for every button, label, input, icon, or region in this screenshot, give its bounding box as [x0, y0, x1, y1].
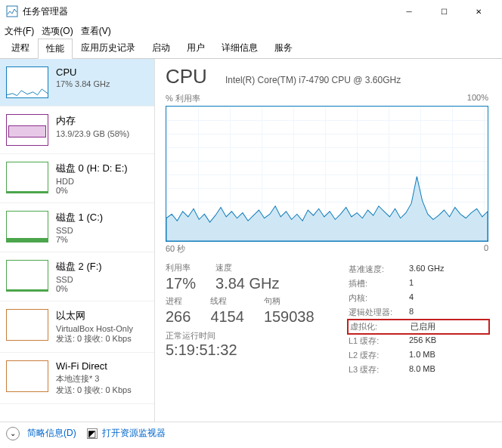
l1-k: L1 缓存: [349, 335, 409, 347]
lproc-v: 8 [409, 307, 414, 318]
speed-label: 速度 [215, 262, 279, 273]
l2-v: 1.0 MB [409, 350, 435, 361]
close-button[interactable]: ✕ [461, 0, 496, 23]
resmon-icon[interactable]: ◩ [87, 428, 98, 439]
sidebar-item-memory[interactable]: 内存 13.9/23.9 GB (58%) [0, 107, 154, 154]
menu-view[interactable]: 查看(V) [81, 25, 111, 38]
menu-bar: 文件(F) 选项(O) 查看(V) [0, 23, 502, 39]
uptime-label: 正常运行时间 [166, 330, 349, 341]
wifi-thumb-icon [6, 360, 48, 392]
l3-k: L3 缓存: [349, 364, 409, 375]
sidebar-wifi-name: Wi-Fi Direct [56, 360, 132, 372]
virt-v: 已启用 [411, 321, 435, 332]
lproc-k: 逻辑处理器: [349, 307, 409, 318]
proc-label: 进程 [166, 295, 191, 307]
tab-details[interactable]: 详细信息 [213, 38, 266, 58]
ethernet-thumb-icon [6, 309, 48, 341]
virt-k: 虚拟化: [350, 321, 411, 332]
resmon-link[interactable]: 打开资源监视器 [102, 427, 166, 440]
tab-history[interactable]: 应用历史记录 [73, 38, 144, 58]
sidebar-disk2-sub2: 0% [56, 284, 102, 293]
disk1-thumb-icon [6, 211, 48, 243]
uptime-value: 5:19:51:32 [166, 341, 349, 359]
tab-startup[interactable]: 启动 [144, 38, 178, 58]
thread-label: 线程 [210, 295, 244, 307]
maximize-button[interactable]: ☐ [426, 0, 461, 23]
sidebar-item-cpu[interactable]: CPU 17% 3.84 GHz [0, 59, 154, 107]
sidebar-disk0-sub1: HDD [56, 177, 128, 186]
cpu-thumb-icon [6, 66, 48, 98]
sidebar-disk0-name: 磁盘 0 (H: D: E:) [56, 162, 128, 175]
cores-v: 4 [409, 292, 414, 304]
thread-value: 4154 [210, 308, 244, 326]
disk2-thumb-icon [6, 260, 48, 292]
tab-processes[interactable]: 进程 [3, 38, 38, 58]
detail-title: CPU [166, 65, 207, 88]
chart-label-topright: 100% [467, 93, 488, 104]
virtualization-row: 虚拟化:已启用 [347, 319, 490, 335]
sidebar-cpu-sub: 17% 3.84 GHz [56, 79, 110, 88]
sidebar-cpu-name: CPU [56, 66, 110, 78]
disk0-thumb-icon [6, 162, 48, 193]
chart-label-bottomleft: 60 秒 [166, 243, 185, 255]
sockets-v: 1 [409, 278, 414, 289]
sidebar-eth-sub2: 发送: 0 接收: 0 Kbps [56, 333, 133, 344]
chart-label-bottomright: 0 [484, 243, 488, 255]
sidebar-eth-sub1: VirtualBox Host-Only [56, 324, 133, 333]
util-value: 17% [166, 275, 196, 292]
sidebar-eth-name: 以太网 [56, 309, 133, 323]
handle-label: 句柄 [264, 295, 315, 307]
sidebar-disk2-sub1: SSD [56, 275, 102, 284]
cores-k: 内核: [349, 292, 409, 304]
tab-bar: 进程 性能 应用历史记录 启动 用户 详细信息 服务 [0, 39, 502, 59]
sidebar-item-wifi[interactable]: Wi-Fi Direct 本地连接* 3 发送: 0 接收: 0 Kbps [0, 353, 154, 404]
cpu-chart [166, 106, 488, 242]
l3-v: 8.0 MB [409, 364, 435, 375]
sidebar-mem-sub: 13.9/23.9 GB (58%) [56, 129, 129, 138]
sidebar-disk1-sub1: SSD [56, 226, 103, 235]
app-icon [6, 5, 18, 17]
sidebar-disk1-name: 磁盘 1 (C:) [56, 211, 103, 224]
sidebar-disk2-name: 磁盘 2 (F:) [56, 260, 102, 273]
basespeed-v: 3.60 GHz [409, 264, 444, 275]
title-bar: 任务管理器 ─ ☐ ✕ [0, 0, 502, 23]
minimize-button[interactable]: ─ [392, 0, 426, 23]
sidebar-item-disk2[interactable]: 磁盘 2 (F:) SSD 0% [0, 252, 154, 301]
sidebar-wifi-sub1: 本地连接* 3 [56, 373, 132, 385]
sidebar-item-disk0[interactable]: 磁盘 0 (H: D: E:) HDD 0% [0, 154, 154, 203]
tab-performance[interactable]: 性能 [38, 39, 73, 59]
proc-value: 266 [166, 308, 191, 326]
memory-thumb-icon [6, 114, 48, 146]
l2-k: L2 缓存: [349, 350, 409, 361]
cpu-model: Intel(R) Core(TM) i7-4790 CPU @ 3.60GHz [225, 75, 401, 85]
menu-file[interactable]: 文件(F) [5, 25, 34, 38]
sidebar-mem-name: 内存 [56, 114, 129, 128]
footer: ⌄ 简略信息(D) ◩ 打开资源监视器 [0, 422, 502, 444]
sidebar-disk0-sub2: 0% [56, 186, 128, 195]
sidebar[interactable]: CPU 17% 3.84 GHz 内存 13.9/23.9 GB (58%) 磁… [0, 59, 155, 422]
detail-pane: CPU Intel(R) Core(TM) i7-4790 CPU @ 3.60… [155, 59, 502, 422]
sockets-k: 插槽: [349, 278, 409, 289]
l1-v: 256 KB [409, 335, 436, 347]
tab-services[interactable]: 服务 [266, 38, 301, 58]
sidebar-disk1-sub2: 7% [56, 235, 103, 244]
speed-value: 3.84 GHz [215, 275, 279, 292]
window-title: 任务管理器 [23, 5, 68, 18]
tab-users[interactable]: 用户 [178, 38, 213, 58]
util-label: 利用率 [166, 262, 196, 273]
sidebar-wifi-sub2: 发送: 0 接收: 0 Kbps [56, 385, 132, 396]
brief-info-link[interactable]: 简略信息(D) [27, 427, 76, 440]
basespeed-k: 基准速度: [349, 264, 409, 275]
chevron-down-icon[interactable]: ⌄ [6, 427, 20, 440]
sidebar-item-ethernet[interactable]: 以太网 VirtualBox Host-Only 发送: 0 接收: 0 Kbp… [0, 301, 154, 353]
menu-options[interactable]: 选项(O) [42, 25, 73, 38]
chart-label-topleft: % 利用率 [166, 93, 200, 104]
handle-value: 159038 [264, 308, 315, 326]
sidebar-item-disk1[interactable]: 磁盘 1 (C:) SSD 7% [0, 203, 154, 252]
